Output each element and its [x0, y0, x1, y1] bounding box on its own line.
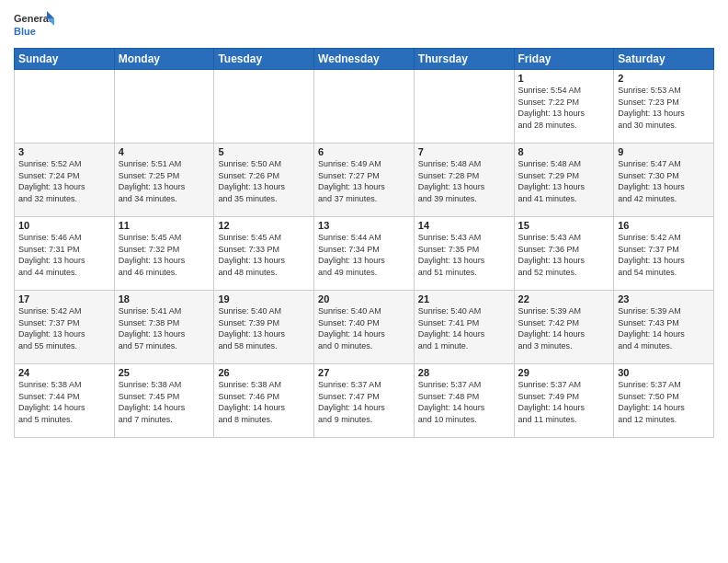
calendar-cell: 1Sunrise: 5:54 AM Sunset: 7:22 PM Daylig… [514, 70, 614, 144]
calendar-cell [314, 70, 415, 144]
week-row-5: 24Sunrise: 5:38 AM Sunset: 7:44 PM Dayli… [15, 364, 714, 438]
day-number: 1 [518, 73, 610, 84]
calendar-cell: 26Sunrise: 5:38 AM Sunset: 7:46 PM Dayli… [214, 364, 314, 438]
day-number: 3 [18, 146, 110, 157]
calendar-cell: 18Sunrise: 5:41 AM Sunset: 7:38 PM Dayli… [114, 291, 214, 364]
calendar-cell [214, 70, 314, 144]
day-info: Sunrise: 5:50 AM Sunset: 7:26 PM Dayligh… [218, 158, 310, 204]
day-info: Sunrise: 5:38 AM Sunset: 7:44 PM Dayligh… [18, 379, 110, 425]
calendar-cell: 21Sunrise: 5:40 AM Sunset: 7:41 PM Dayli… [414, 291, 514, 364]
calendar-cell: 19Sunrise: 5:40 AM Sunset: 7:39 PM Dayli… [214, 291, 314, 364]
calendar-cell: 3Sunrise: 5:52 AM Sunset: 7:24 PM Daylig… [15, 144, 115, 217]
day-number: 10 [18, 220, 110, 231]
day-number: 29 [518, 367, 610, 378]
day-number: 20 [318, 293, 410, 304]
day-info: Sunrise: 5:54 AM Sunset: 7:22 PM Dayligh… [518, 85, 610, 131]
day-number: 11 [119, 220, 210, 231]
calendar-cell: 4Sunrise: 5:51 AM Sunset: 7:25 PM Daylig… [114, 144, 214, 217]
day-number: 2 [618, 73, 710, 84]
day-number: 5 [218, 146, 310, 157]
svg-text:Blue: Blue [14, 26, 36, 37]
calendar-cell: 5Sunrise: 5:50 AM Sunset: 7:26 PM Daylig… [214, 144, 314, 217]
day-info: Sunrise: 5:37 AM Sunset: 7:48 PM Dayligh… [418, 379, 510, 425]
day-info: Sunrise: 5:37 AM Sunset: 7:47 PM Dayligh… [318, 379, 410, 425]
calendar-cell [414, 70, 514, 144]
day-info: Sunrise: 5:40 AM Sunset: 7:39 PM Dayligh… [218, 305, 310, 351]
day-number: 14 [418, 220, 510, 231]
day-info: Sunrise: 5:38 AM Sunset: 7:46 PM Dayligh… [218, 379, 310, 425]
calendar-cell: 27Sunrise: 5:37 AM Sunset: 7:47 PM Dayli… [314, 364, 415, 438]
day-info: Sunrise: 5:46 AM Sunset: 7:31 PM Dayligh… [18, 232, 110, 278]
day-number: 9 [618, 146, 710, 157]
calendar-cell: 28Sunrise: 5:37 AM Sunset: 7:48 PM Dayli… [414, 364, 514, 438]
day-number: 21 [418, 293, 510, 304]
calendar-cell: 2Sunrise: 5:53 AM Sunset: 7:23 PM Daylig… [614, 70, 714, 144]
day-number: 8 [518, 146, 610, 157]
calendar-cell: 12Sunrise: 5:45 AM Sunset: 7:33 PM Dayli… [214, 217, 314, 291]
logo-icon: General Blue [14, 9, 54, 42]
day-number: 4 [119, 146, 210, 157]
svg-text:General: General [14, 13, 51, 24]
day-number: 27 [318, 367, 410, 378]
day-number: 13 [318, 220, 410, 231]
day-number: 30 [618, 367, 710, 378]
day-number: 15 [518, 220, 610, 231]
calendar-cell [114, 70, 214, 144]
calendar-cell: 23Sunrise: 5:39 AM Sunset: 7:43 PM Dayli… [614, 291, 714, 364]
day-number: 16 [618, 220, 710, 231]
day-info: Sunrise: 5:40 AM Sunset: 7:41 PM Dayligh… [418, 305, 510, 351]
calendar-cell: 13Sunrise: 5:44 AM Sunset: 7:34 PM Dayli… [314, 217, 415, 291]
week-row-4: 17Sunrise: 5:42 AM Sunset: 7:37 PM Dayli… [15, 291, 714, 364]
day-info: Sunrise: 5:42 AM Sunset: 7:37 PM Dayligh… [618, 232, 710, 278]
day-info: Sunrise: 5:39 AM Sunset: 7:42 PM Dayligh… [518, 305, 610, 351]
logo: General Blue [14, 9, 54, 46]
day-info: Sunrise: 5:37 AM Sunset: 7:49 PM Dayligh… [518, 379, 610, 425]
day-info: Sunrise: 5:39 AM Sunset: 7:43 PM Dayligh… [618, 305, 710, 351]
day-number: 23 [618, 293, 710, 304]
day-number: 28 [418, 367, 510, 378]
calendar-cell: 8Sunrise: 5:48 AM Sunset: 7:29 PM Daylig… [514, 144, 614, 217]
day-info: Sunrise: 5:43 AM Sunset: 7:36 PM Dayligh… [518, 232, 610, 278]
day-info: Sunrise: 5:38 AM Sunset: 7:45 PM Dayligh… [119, 379, 210, 425]
calendar-cell [15, 70, 115, 144]
weekday-header-friday: Friday [514, 49, 614, 70]
day-number: 12 [218, 220, 310, 231]
calendar-cell: 11Sunrise: 5:45 AM Sunset: 7:32 PM Dayli… [114, 217, 214, 291]
day-number: 25 [119, 367, 210, 378]
calendar-cell: 25Sunrise: 5:38 AM Sunset: 7:45 PM Dayli… [114, 364, 214, 438]
calendar-cell: 30Sunrise: 5:37 AM Sunset: 7:50 PM Dayli… [614, 364, 714, 438]
day-info: Sunrise: 5:45 AM Sunset: 7:33 PM Dayligh… [218, 232, 310, 278]
day-info: Sunrise: 5:44 AM Sunset: 7:34 PM Dayligh… [318, 232, 410, 278]
calendar-cell: 14Sunrise: 5:43 AM Sunset: 7:35 PM Dayli… [414, 217, 514, 291]
day-info: Sunrise: 5:53 AM Sunset: 7:23 PM Dayligh… [618, 85, 710, 131]
calendar-cell: 9Sunrise: 5:47 AM Sunset: 7:30 PM Daylig… [614, 144, 714, 217]
calendar-cell: 29Sunrise: 5:37 AM Sunset: 7:49 PM Dayli… [514, 364, 614, 438]
day-info: Sunrise: 5:47 AM Sunset: 7:30 PM Dayligh… [618, 158, 710, 204]
weekday-header-monday: Monday [114, 49, 214, 70]
week-row-1: 1Sunrise: 5:54 AM Sunset: 7:22 PM Daylig… [15, 70, 714, 144]
day-info: Sunrise: 5:51 AM Sunset: 7:25 PM Dayligh… [119, 158, 210, 204]
weekday-header-thursday: Thursday [414, 49, 514, 70]
calendar-table: SundayMondayTuesdayWednesdayThursdayFrid… [14, 48, 714, 438]
calendar-cell: 17Sunrise: 5:42 AM Sunset: 7:37 PM Dayli… [15, 291, 115, 364]
day-number: 7 [418, 146, 510, 157]
weekday-header-sunday: Sunday [15, 49, 115, 70]
weekday-header-row: SundayMondayTuesdayWednesdayThursdayFrid… [15, 49, 714, 70]
week-row-3: 10Sunrise: 5:46 AM Sunset: 7:31 PM Dayli… [15, 217, 714, 291]
calendar-cell: 10Sunrise: 5:46 AM Sunset: 7:31 PM Dayli… [15, 217, 115, 291]
day-info: Sunrise: 5:37 AM Sunset: 7:50 PM Dayligh… [618, 379, 710, 425]
day-number: 22 [518, 293, 610, 304]
day-info: Sunrise: 5:52 AM Sunset: 7:24 PM Dayligh… [18, 158, 110, 204]
day-info: Sunrise: 5:40 AM Sunset: 7:40 PM Dayligh… [318, 305, 410, 351]
day-info: Sunrise: 5:43 AM Sunset: 7:35 PM Dayligh… [418, 232, 510, 278]
weekday-header-saturday: Saturday [614, 49, 714, 70]
day-info: Sunrise: 5:45 AM Sunset: 7:32 PM Dayligh… [119, 232, 210, 278]
day-number: 19 [218, 293, 310, 304]
day-info: Sunrise: 5:41 AM Sunset: 7:38 PM Dayligh… [119, 305, 210, 351]
calendar-cell: 6Sunrise: 5:49 AM Sunset: 7:27 PM Daylig… [314, 144, 415, 217]
calendar-cell: 16Sunrise: 5:42 AM Sunset: 7:37 PM Dayli… [614, 217, 714, 291]
day-number: 17 [18, 293, 110, 304]
day-info: Sunrise: 5:48 AM Sunset: 7:28 PM Dayligh… [418, 158, 510, 204]
day-number: 24 [18, 367, 110, 378]
day-number: 26 [218, 367, 310, 378]
